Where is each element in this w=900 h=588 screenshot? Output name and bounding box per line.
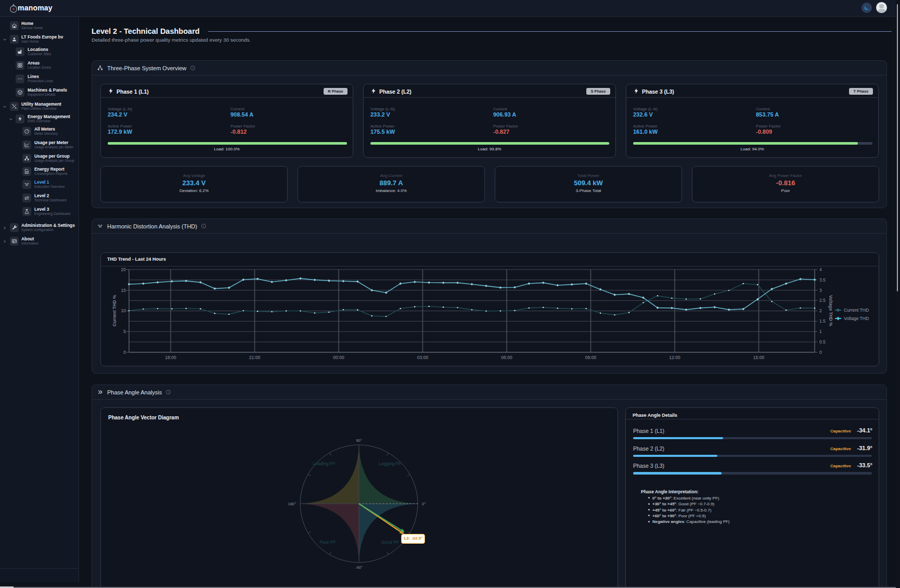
- svg-text:15:00: 15:00: [753, 355, 765, 360]
- svg-text:Current THD: Current THD: [844, 308, 869, 313]
- svg-text:10: 10: [121, 308, 126, 313]
- svg-text:20: 20: [121, 267, 126, 272]
- svg-text:1.5: 1.5: [819, 318, 826, 324]
- svg-text:2: 2: [819, 308, 822, 313]
- svg-text:1: 1: [819, 329, 822, 334]
- svg-text:-90°: -90°: [355, 565, 363, 570]
- svg-text:Current THD %: Current THD %: [112, 295, 117, 326]
- svg-text:06:00: 06:00: [501, 355, 512, 360]
- svg-text:00:00: 00:00: [333, 355, 344, 360]
- svg-text:18:00: 18:00: [165, 355, 176, 360]
- svg-text:0°: 0°: [422, 502, 426, 506]
- svg-text:Poor PF: Poor PF: [319, 540, 336, 545]
- svg-text:3: 3: [819, 288, 822, 293]
- svg-text:Voltage THD: Voltage THD: [844, 316, 869, 321]
- svg-text:0: 0: [123, 350, 126, 355]
- svg-text:Good PF: Good PF: [381, 540, 399, 545]
- svg-text:2.5: 2.5: [819, 298, 826, 303]
- svg-text:Lagging PF: Lagging PF: [379, 461, 401, 466]
- svg-text:5: 5: [123, 329, 126, 334]
- svg-text:21:00: 21:00: [249, 355, 261, 360]
- svg-text:3.5: 3.5: [819, 277, 826, 283]
- svg-text:03:00: 03:00: [417, 355, 429, 360]
- svg-text:12:00: 12:00: [669, 355, 680, 360]
- svg-text:4: 4: [819, 267, 822, 272]
- svg-text:Leading PF: Leading PF: [313, 461, 335, 466]
- svg-text:0.5: 0.5: [819, 339, 826, 344]
- svg-text:09:00: 09:00: [585, 355, 597, 360]
- svg-text:180°: 180°: [288, 502, 296, 506]
- svg-text:15: 15: [121, 288, 126, 293]
- svg-text:Voltage THD %: Voltage THD %: [828, 295, 833, 326]
- svg-text:90°: 90°: [356, 438, 362, 443]
- svg-text:0: 0: [819, 350, 822, 355]
